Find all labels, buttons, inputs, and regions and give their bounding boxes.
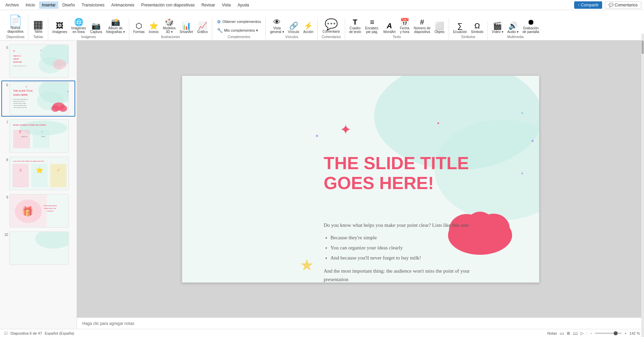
- slide-thumb-7[interactable]: 7 MAYBE YOU NEED TO DIVIDE THE CONTENT M…: [1, 118, 75, 154]
- share-button[interactable]: ↑ Compartir: [574, 1, 602, 9]
- smartart-icon: 📊: [182, 22, 191, 30]
- ribbon-btn-ecuacion[interactable]: ∑ Ecuación: [452, 22, 468, 34]
- ribbon-btn-grafico[interactable]: 📈 Gráfico: [196, 22, 209, 34]
- ribbon-group-texto: T Cuadrode texto ≡ Encabez.pie pág. A Wo…: [345, 18, 449, 40]
- svg-text:✦: ✦: [521, 171, 524, 176]
- ribbon-btn-simbolo[interactable]: Ω Símbolo: [470, 22, 485, 34]
- svg-text:THIS IS A: THIS IS A: [13, 55, 21, 57]
- svg-text:★: ★: [66, 90, 69, 93]
- menu-animaciones[interactable]: Animaciones: [109, 1, 137, 9]
- comments-button[interactable]: 💬 Comentarios: [605, 1, 641, 9]
- svg-text:☿: ☿: [19, 129, 21, 134]
- menu-transiciones[interactable]: Transiciones: [79, 1, 107, 9]
- zoom-thumb: [614, 331, 618, 335]
- ribbon-btn-grabacion[interactable]: ⏺ Grabaciónde pantalla: [521, 18, 540, 34]
- audio-icon: 🔊: [508, 22, 517, 30]
- svg-text:MAYBE YOU NEED TO DIVIDE THE C: MAYBE YOU NEED TO DIVIDE THE CONTENT: [13, 124, 46, 126]
- svg-point-23: [59, 105, 67, 112]
- normal-view-icon[interactable]: ▭: [560, 331, 564, 336]
- ecuacion-icon: ∑: [457, 22, 463, 30]
- slide-body[interactable]: Do you know what helps you make your poi…: [324, 221, 493, 283]
- ribbon-btn-wordart[interactable]: A WordArt: [382, 22, 397, 34]
- ribbon-btn-formas[interactable]: ⬡ Formas: [132, 22, 146, 34]
- slide-thumb-6[interactable]: 6 THE SLIDE TITLE GOES HERE! Do you know…: [1, 81, 75, 117]
- slide-body-outro: And the most important thing: the audien…: [324, 267, 493, 283]
- bullet-2: You can organize your ideas clearly: [331, 243, 493, 253]
- menu-ayuda[interactable]: Ayuda: [235, 1, 252, 9]
- svg-text:✦: ✦: [25, 86, 27, 88]
- ribbon-group-comentarios: 💬 Comentario Comentarios: [318, 18, 345, 40]
- slide-title[interactable]: THE SLIDE TITLE GOES HERE!: [324, 153, 486, 194]
- slide-img-6: THE SLIDE TITLE GOES HERE! Do you know w…: [9, 82, 69, 115]
- menu-archivo[interactable]: Archivo: [3, 1, 22, 9]
- slide-img-5: 01 THIS IS A GREAT HEADLINE Supporting t…: [9, 44, 69, 78]
- ribbon-btn-encabezado[interactable]: ≡ Encabez.pie pág.: [364, 18, 381, 34]
- imagenes-icon: 🖼: [56, 22, 63, 30]
- svg-text:✦: ✦: [17, 99, 18, 101]
- slide-thumb-5[interactable]: 5 01 THIS IS A GREAT HEADLINE Supporting…: [1, 43, 75, 79]
- reading-view-icon[interactable]: 📖: [573, 331, 578, 336]
- svg-point-22: [51, 105, 59, 112]
- svg-text:✦: ✦: [314, 133, 319, 139]
- ribbon-btn-imagenes[interactable]: 🖼 Imágenes: [51, 22, 68, 34]
- presenter-view-icon[interactable]: ▷: [581, 331, 584, 336]
- ribbon-btn-vinculo[interactable]: 🔗 Vínculo: [287, 22, 301, 34]
- zoom-slider[interactable]: [595, 333, 622, 334]
- ribbon-btn-modelos3d[interactable]: 🎲 Modelos3D ▾: [162, 18, 177, 34]
- svg-text:MERCURY: MERCURY: [22, 136, 28, 137]
- accessibility-icon: ☑: [4, 331, 8, 336]
- ribbon-group-tablas: ▦ Tabla Tablas: [28, 18, 48, 40]
- ribbon-btn-video[interactable]: 🎬 Vídeo ▾: [491, 22, 505, 34]
- svg-text:HEADLINE: HEADLINE: [13, 61, 22, 63]
- ribbon-btn-audio[interactable]: 🔊 Audio ▾: [506, 22, 520, 34]
- ribbon-btn-objeto[interactable]: ⬜ Objeto: [433, 22, 446, 34]
- svg-text:01: 01: [13, 50, 15, 52]
- obtener-complementos-icon: ⊕: [217, 19, 221, 24]
- ribbon-group-complementos: ⊕ Obtener complementos 🔧 Mis complemento…: [212, 18, 266, 40]
- slide-canvas[interactable]: ✦ ✦ ✦ ✦ ✦ ✦ ★ ★ ✦ ✦ ✦ ★ ✦: [182, 75, 539, 283]
- grabacion-icon: ⏺: [527, 19, 535, 26]
- ribbon-btn-mis-complementos[interactable]: 🔧 Mis complementos ▾: [215, 26, 260, 34]
- menu-vista[interactable]: Vista: [219, 1, 233, 9]
- ribbon-btn-captura[interactable]: 📷 Captura: [89, 22, 104, 34]
- notes-placeholder: Haga clic para agregar notas: [82, 321, 134, 326]
- notes-view-btn[interactable]: Notas: [547, 331, 557, 335]
- ribbon-btn-comentario[interactable]: 💬 Comentario: [320, 18, 342, 34]
- ribbon-btn-accion[interactable]: ⚡ Acción: [302, 22, 315, 34]
- ribbon-btn-cuadro-texto[interactable]: T Cuadrode texto: [348, 18, 363, 34]
- slide-thumb-10[interactable]: 10: [1, 230, 75, 266]
- ribbon-btn-vista-general[interactable]: 👁 Vistageneral ▾: [269, 18, 285, 34]
- slide-panel: 5 01 THIS IS A GREAT HEADLINE Supporting…: [0, 40, 77, 329]
- video-icon: 🎬: [493, 22, 502, 30]
- ribbon-btn-obtener-complementos[interactable]: ⊕ Obtener complementos: [215, 18, 263, 26]
- ribbon-btn-tabla[interactable]: ▦ Tabla: [31, 18, 45, 34]
- wordart-icon: A: [387, 22, 392, 30]
- numero-diapositiva-icon: #: [420, 19, 424, 26]
- zoom-out-btn[interactable]: −: [590, 331, 592, 335]
- menu-presentacion[interactable]: Presentación con diapositivas: [138, 1, 197, 9]
- slide-info: Diapositiva 6 de 47: [10, 331, 42, 335]
- menu-revisar[interactable]: Revisar: [199, 1, 218, 9]
- ribbon-btn-iconos[interactable]: ⭐ Iconos: [147, 22, 160, 34]
- ribbon-btn-imagenes-linea[interactable]: 🌐 Imágenesen línea: [70, 18, 87, 34]
- ribbon-btn-nueva-diapositiva[interactable]: 📄 Nuevadiapositiva: [5, 14, 25, 34]
- menu-diseño[interactable]: Diseño: [60, 1, 78, 9]
- bullet-1: Because they're simple: [331, 233, 493, 243]
- svg-text:★: ★: [299, 256, 314, 274]
- ribbon-btn-smartart[interactable]: 📊 SmartArt: [178, 22, 194, 34]
- zoom-in-btn[interactable]: +: [624, 331, 626, 335]
- svg-text:✦: ✦: [530, 138, 534, 144]
- notes-bar[interactable]: Haga clic para agregar notas: [77, 317, 644, 329]
- tabla-icon: ▦: [33, 19, 43, 30]
- ribbon-btn-numero-diapositiva[interactable]: # Número dediapositiva: [412, 18, 431, 34]
- menu-inicio[interactable]: Inicio: [23, 1, 38, 9]
- ribbon-btn-fecha[interactable]: 📅 Fechay hora: [398, 18, 411, 34]
- ribbon-btn-album[interactable]: 📸 Álbum defotografías ▾: [105, 18, 126, 34]
- slide-thumb-8[interactable]: 8 YOU COULD USE THREE COLUMNS, WHY NOT? …: [1, 155, 75, 191]
- slide-thumb-9[interactable]: 9 A PICTURE ALWAYS REINFORCES THE CONCEP…: [1, 193, 75, 229]
- fecha-icon: 📅: [400, 19, 409, 26]
- svg-text:Do you know what helps you: Do you know what helps you: [13, 99, 28, 100]
- menu-insertar[interactable]: Insertar: [39, 1, 58, 9]
- menu-bar: Archivo Inicio Insertar Diseño Transicio…: [0, 0, 644, 10]
- slide-sorter-icon[interactable]: ⊞: [567, 331, 570, 336]
